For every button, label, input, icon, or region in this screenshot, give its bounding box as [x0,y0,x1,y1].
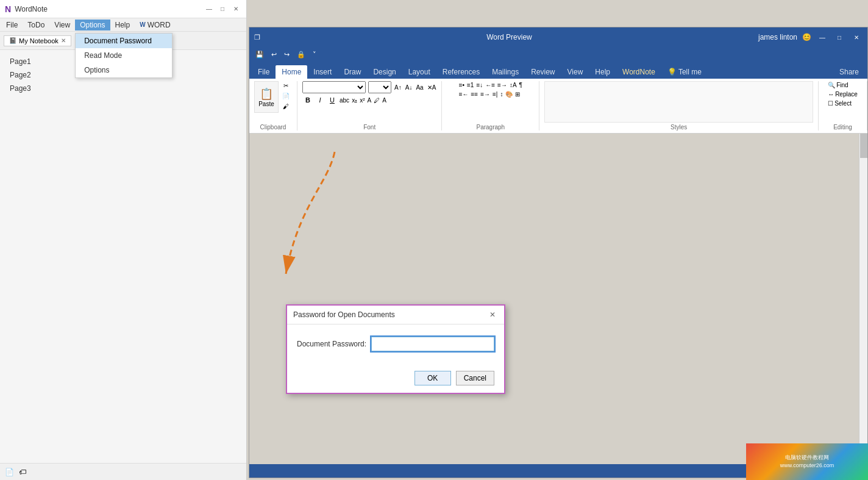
decrease-indent-btn[interactable]: ←≡ [485,81,496,89]
tab-help[interactable]: Help [589,65,616,79]
menu-file[interactable]: File [1,20,23,30]
menu-word[interactable]: W WORD [135,20,175,30]
tab-draw[interactable]: Draw [338,65,367,79]
borders-btn[interactable]: ⊞ [514,90,521,98]
word-restore-icon[interactable]: ❐ [254,34,260,41]
dropdown-read-mode[interactable]: Read Mode [76,48,172,63]
align-right-btn[interactable]: ≡→ [480,90,491,98]
qa-protect-btn[interactable]: 🔒 [294,49,308,60]
clear-format-btn[interactable]: ✕A [427,84,437,91]
options-dropdown: Document Password Read Mode Options [75,33,173,78]
wordnote-close-btn[interactable]: ✕ [230,4,241,15]
line-spacing-btn[interactable]: ↕ [499,90,503,98]
tab-tell-me[interactable]: 💡 Tell me [661,65,708,79]
font-color-btn[interactable]: A [382,96,387,104]
qa-save-btn[interactable]: 💾 [253,49,266,60]
wordnote-window: N WordNote — □ ✕ File ToDo View Options … [0,0,247,480]
qa-undo-btn[interactable]: ↩ [269,49,279,60]
doc-scrollbar[interactable] [859,134,867,464]
italic-btn[interactable]: I [315,95,326,106]
bold-btn[interactable]: B [302,95,313,106]
share-btn[interactable]: Share [833,65,865,79]
word-minimize-btn[interactable]: — [816,31,828,43]
scrollbar-thumb[interactable] [860,134,867,158]
tab-mailings[interactable]: Mailings [486,65,525,79]
tab-home[interactable]: Home [276,65,307,79]
dialog-ok-btn[interactable]: OK [414,371,451,385]
wordnote-maximize-btn[interactable]: □ [217,4,228,15]
decrease-font-btn[interactable]: A↓ [405,84,413,91]
change-case-btn[interactable]: Aa [415,84,424,91]
tab-wordnote[interactable]: WordNote [616,65,661,79]
select-btn[interactable]: ☐ Select [827,99,852,107]
shading-btn[interactable]: 🎨 [505,90,513,98]
menu-options[interactable]: Options Document Password Read Mode Opti… [75,20,110,30]
format-painter-btn[interactable]: 🖌 [280,102,292,111]
align-left-btn[interactable]: ≡← [458,90,469,98]
ribbon-paragraph: ≡• ≡1 ≡↓ ←≡ ≡→ ↕A ¶ ≡← ≡≡ ≡→ ≡| ↕ 🎨 ⊞ [442,81,539,131]
tab-insert[interactable]: Insert [307,65,338,79]
font-size-select[interactable] [368,81,391,93]
tab-references[interactable]: References [436,65,486,79]
text-highlight-btn[interactable]: 🖊 [373,96,380,104]
tab-layout[interactable]: Layout [402,65,436,79]
tab-review[interactable]: Review [525,65,561,79]
word-close-btn[interactable]: ✕ [850,31,863,43]
watermark: 电脑软硬件教程网 www.computer26.com [746,443,868,480]
watermark-text: 电脑软硬件教程网 www.computer26.com [780,454,834,469]
multilevel-btn[interactable]: ≡↓ [475,81,483,89]
increase-indent-btn[interactable]: ≡→ [497,81,508,89]
bullets-btn[interactable]: ≡• [458,81,465,89]
show-hide-btn[interactable]: ¶ [519,81,523,89]
numbering-btn[interactable]: ≡1 [466,81,474,89]
copy-btn[interactable]: 📄 [280,91,292,101]
menu-view[interactable]: View [49,20,75,30]
document-password-input[interactable] [371,337,494,351]
dropdown-document-password[interactable]: Document Password [76,34,172,48]
word-maximize-btn[interactable]: □ [833,31,845,43]
wordnote-win-controls: — □ ✕ [204,4,241,15]
justify-btn[interactable]: ≡| [492,90,498,98]
menu-todo[interactable]: ToDo [23,20,49,30]
dialog-buttons: OK Cancel [287,367,504,393]
clipboard-label: Clipboard [260,123,286,131]
paste-btn[interactable]: 📋 Paste [254,81,279,113]
underline-btn[interactable]: U [327,95,338,106]
cut-btn[interactable]: ✂ [280,81,292,90]
word-user-area: james linton 😊 — □ ✕ [758,31,863,43]
word-doc-area: Password for Open Documents ✕ Document P… [249,134,867,464]
wordnote-titlebar: N WordNote — □ ✕ [0,0,246,18]
ribbon-editing: 🔍 Find ↔ Replace ☐ Select Editing [819,81,867,131]
qa-more-btn[interactable]: ˅ [310,49,319,60]
superscript-btn[interactable]: x² [359,96,365,104]
word-ribbon-tabs: File Home Insert Draw Design Layout Refe… [249,62,867,79]
page-item-3[interactable]: Page3 [5,82,241,95]
dialog-cancel-btn[interactable]: Cancel [456,371,494,385]
dropdown-options[interactable]: Options [76,63,172,77]
qa-redo-btn[interactable]: ↪ [282,49,292,60]
wordnote-content: Page1 Page2 Page3 [0,50,246,463]
word-ribbon-content: 📋 Paste ✂ 📄 🖌 Clipboard A↑ A↓ Aa [249,79,867,134]
word-username: james linton [758,33,797,41]
notebook-tab-close[interactable]: ✕ [61,37,66,44]
sort-btn[interactable]: ↕A [509,81,518,89]
replace-btn[interactable]: ↔ Replace [827,90,858,98]
dialog-close-btn[interactable]: ✕ [487,309,498,320]
wordnote-minimize-btn[interactable]: — [204,4,215,15]
increase-font-btn[interactable]: A↑ [394,84,402,91]
tab-design[interactable]: Design [367,65,402,79]
tab-file[interactable]: File [252,65,276,79]
notebook-tab-label: My Notebook [19,37,59,45]
text-effect-btn[interactable]: A [366,96,372,104]
notebook-tab[interactable]: 📓 My Notebook ✕ [4,35,71,46]
statusbar-icon1[interactable]: 📄 [5,468,14,476]
dialog-body: Document Password: [287,324,504,367]
font-family-select[interactable] [302,81,366,93]
find-btn[interactable]: 🔍 Find [827,81,848,89]
menu-help[interactable]: Help [110,20,135,30]
tab-view[interactable]: View [561,65,589,79]
statusbar-icon2[interactable]: 🏷 [19,468,26,476]
strikethrough-btn[interactable]: abc [339,96,350,104]
subscript-btn[interactable]: x₂ [351,96,358,104]
align-center-btn[interactable]: ≡≡ [471,90,479,98]
